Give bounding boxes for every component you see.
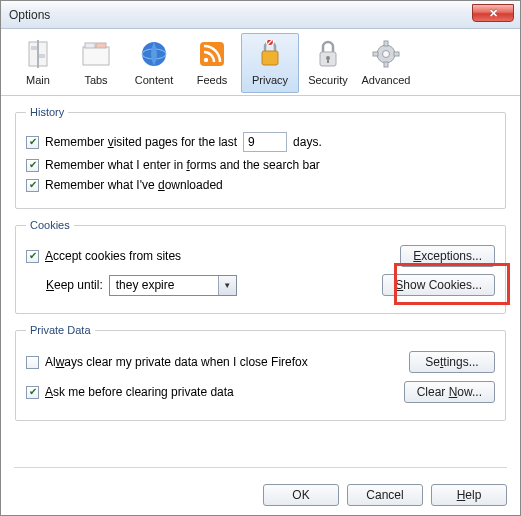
row-remember-downloads: ✔ Remember what I've downloaded	[26, 178, 495, 192]
ok-button[interactable]: OK	[263, 484, 339, 506]
tab-content[interactable]: Content	[125, 33, 183, 93]
svg-rect-1	[37, 40, 39, 68]
chevron-down-icon: ▼	[218, 276, 236, 295]
tab-privacy[interactable]: Privacy	[241, 33, 299, 93]
row-keep-until: Keep until: they expire ▼ Show Cookies..…	[26, 273, 495, 297]
category-toolbar: Main Tabs Content Feeds Privacy Security	[1, 29, 520, 96]
tab-tabs[interactable]: Tabs	[67, 33, 125, 93]
cookies-legend: Cookies	[26, 219, 74, 231]
checkbox-accept-cookies[interactable]: ✔	[26, 250, 39, 263]
always-clear-label: Always clear my private data when I clos…	[45, 355, 308, 369]
checkbox-always-clear[interactable]: ✔	[26, 356, 39, 369]
svg-rect-20	[384, 62, 388, 67]
accept-cookies-label: Accept cookies from sites	[45, 249, 181, 263]
tab-advanced-label: Advanced	[360, 74, 412, 86]
svg-rect-2	[31, 46, 37, 50]
remember-visited-label-prefix: Remember visited pages for the last	[45, 135, 237, 149]
svg-point-18	[383, 51, 390, 58]
keep-until-label: Keep until:	[46, 278, 103, 292]
settings-button[interactable]: Settings...	[409, 351, 495, 373]
checkbox-ask-me[interactable]: ✔	[26, 386, 39, 399]
main-icon	[22, 38, 54, 70]
window-close-button[interactable]: ✕	[472, 4, 514, 22]
remember-visited-label-suffix: days.	[293, 135, 322, 149]
svg-rect-4	[83, 47, 109, 65]
svg-rect-9	[200, 42, 224, 66]
tab-security[interactable]: Security	[299, 33, 357, 93]
advanced-icon	[370, 38, 402, 70]
row-ask-me: ✔ Ask me before clearing private data Cl…	[26, 380, 495, 404]
feeds-icon	[196, 38, 228, 70]
history-legend: History	[26, 106, 68, 118]
tab-privacy-label: Privacy	[244, 74, 296, 86]
row-always-clear: ✔ Always clear my private data when I cl…	[26, 350, 495, 374]
help-button[interactable]: Help	[431, 484, 507, 506]
svg-rect-21	[373, 52, 378, 56]
tab-security-label: Security	[302, 74, 354, 86]
show-cookies-button[interactable]: Show Cookies...	[382, 274, 495, 296]
close-icon: ✕	[489, 7, 498, 20]
private-data-legend: Private Data	[26, 324, 95, 336]
clear-now-button[interactable]: Clear Now...	[404, 381, 495, 403]
tab-main[interactable]: Main	[9, 33, 67, 93]
group-cookies: Cookies ✔ Accept cookies from sites Exce…	[15, 219, 506, 314]
svg-rect-22	[394, 52, 399, 56]
exceptions-button[interactable]: Exceptions...	[400, 245, 495, 267]
checkbox-remember-visited[interactable]: ✔	[26, 136, 39, 149]
svg-rect-16	[327, 58, 329, 63]
keep-until-select[interactable]: they expire ▼	[109, 275, 237, 296]
svg-rect-11	[262, 51, 278, 65]
tabs-icon	[80, 38, 112, 70]
tab-feeds-label: Feeds	[186, 74, 238, 86]
checkbox-remember-forms[interactable]: ✔	[26, 159, 39, 172]
visited-days-input[interactable]: 9	[243, 132, 287, 152]
tab-advanced[interactable]: Advanced	[357, 33, 415, 93]
content-icon	[138, 38, 170, 70]
row-remember-forms: ✔ Remember what I enter in forms and the…	[26, 158, 495, 172]
checkbox-remember-downloads[interactable]: ✔	[26, 179, 39, 192]
ask-me-label: Ask me before clearing private data	[45, 385, 234, 399]
tab-content-label: Content	[128, 74, 180, 86]
svg-rect-5	[85, 43, 95, 48]
window-title: Options	[9, 8, 50, 22]
tab-feeds[interactable]: Feeds	[183, 33, 241, 93]
keep-until-value: they expire	[116, 278, 175, 292]
titlebar: Options ✕	[1, 1, 520, 29]
tab-tabs-label: Tabs	[70, 74, 122, 86]
content-area: History ✔ Remember visited pages for the…	[1, 96, 520, 439]
group-private-data: Private Data ✔ Always clear my private d…	[15, 324, 506, 421]
privacy-icon	[254, 38, 286, 70]
tab-main-label: Main	[12, 74, 64, 86]
security-icon	[312, 38, 344, 70]
row-accept-cookies: ✔ Accept cookies from sites Exceptions..…	[26, 245, 495, 267]
remember-forms-label: Remember what I enter in forms and the s…	[45, 158, 320, 172]
svg-rect-6	[96, 43, 106, 48]
svg-point-10	[204, 58, 208, 62]
remember-downloads-label: Remember what I've downloaded	[45, 178, 223, 192]
cancel-button[interactable]: Cancel	[347, 484, 423, 506]
svg-rect-3	[39, 54, 45, 58]
dialog-footer: OK Cancel Help	[263, 484, 507, 506]
svg-rect-19	[384, 41, 388, 46]
footer-separator	[14, 467, 507, 468]
group-history: History ✔ Remember visited pages for the…	[15, 106, 506, 209]
row-remember-visited: ✔ Remember visited pages for the last 9 …	[26, 132, 495, 152]
